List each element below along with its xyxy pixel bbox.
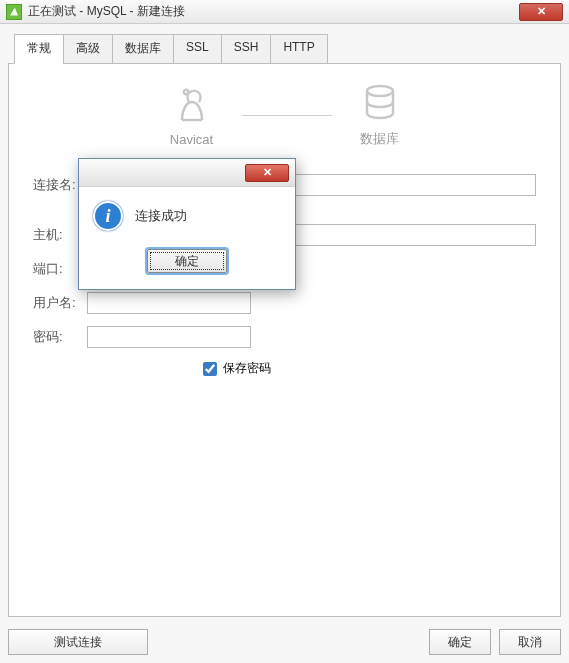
dialog-actions: 确定 xyxy=(79,241,295,289)
input-password[interactable] xyxy=(87,326,251,348)
tab-advanced[interactable]: 高级 xyxy=(63,34,113,64)
dialog-ok-button[interactable]: 确定 xyxy=(147,249,227,273)
svg-point-0 xyxy=(183,89,187,93)
cancel-button[interactable]: 取消 xyxy=(499,629,561,655)
navicat-logo-col: Navicat xyxy=(170,84,214,147)
test-connection-button[interactable]: 测试连接 xyxy=(8,629,148,655)
window-title: 正在测试 - MySQL - 新建连接 xyxy=(28,3,519,20)
cancel-label: 取消 xyxy=(518,634,542,651)
label-save-password: 保存密码 xyxy=(223,360,271,377)
tab-ssh-label: SSH xyxy=(234,40,259,54)
logo-row: Navicat 数据库 xyxy=(33,82,536,148)
titlebar: 正在测试 - MySQL - 新建连接 ✕ xyxy=(0,0,569,24)
info-icon: i xyxy=(93,201,123,231)
tab-http[interactable]: HTTP xyxy=(270,34,327,64)
tab-general-label: 常规 xyxy=(27,41,51,55)
tab-http-label: HTTP xyxy=(283,40,314,54)
connection-line xyxy=(242,115,332,116)
test-connection-label: 测试连接 xyxy=(54,634,102,651)
svg-point-1 xyxy=(367,86,393,96)
ok-button[interactable]: 确定 xyxy=(429,629,491,655)
dialog-message: 连接成功 xyxy=(135,207,187,225)
app-icon xyxy=(6,4,22,20)
tab-advanced-label: 高级 xyxy=(76,41,100,55)
message-dialog: ✕ i 连接成功 确定 xyxy=(78,158,296,290)
tab-ssl-label: SSL xyxy=(186,40,209,54)
footer: 测试连接 确定 取消 xyxy=(8,617,561,655)
navicat-label: Navicat xyxy=(170,132,213,147)
tab-ssh[interactable]: SSH xyxy=(221,34,272,64)
dialog-body: i 连接成功 xyxy=(79,187,295,241)
database-logo-col: 数据库 xyxy=(360,82,400,148)
checkbox-save-password[interactable] xyxy=(203,362,217,376)
navicat-icon xyxy=(170,84,214,124)
database-icon xyxy=(360,82,400,122)
tabs: 常规 高级 数据库 SSL SSH HTTP xyxy=(8,34,561,64)
close-icon: ✕ xyxy=(263,166,272,179)
dialog-ok-label: 确定 xyxy=(175,253,199,270)
panel-general: Navicat 数据库 连接名: xyxy=(8,63,561,617)
tab-general[interactable]: 常规 xyxy=(14,34,64,64)
tab-ssl[interactable]: SSL xyxy=(173,34,222,64)
label-username: 用户名: xyxy=(33,294,87,312)
ok-label: 确定 xyxy=(448,634,472,651)
close-icon: ✕ xyxy=(537,5,546,18)
dialog-titlebar: ✕ xyxy=(79,159,295,187)
database-label: 数据库 xyxy=(360,130,399,148)
label-password: 密码: xyxy=(33,328,87,346)
dialog-close-button[interactable]: ✕ xyxy=(245,164,289,182)
window-close-button[interactable]: ✕ xyxy=(519,3,563,21)
tab-database-label: 数据库 xyxy=(125,41,161,55)
input-username[interactable] xyxy=(87,292,251,314)
tab-database[interactable]: 数据库 xyxy=(112,34,174,64)
window-body: 常规 高级 数据库 SSL SSH HTTP xyxy=(0,24,569,663)
